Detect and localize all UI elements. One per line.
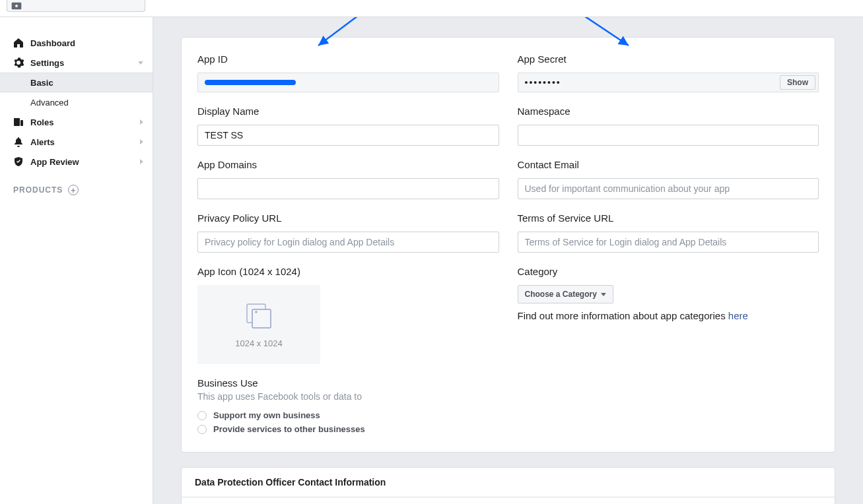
upload-hint: 1024 x 1024: [235, 338, 283, 348]
radio-label: Support my own business: [213, 410, 320, 420]
field-label: Privacy Policy URL: [197, 212, 499, 224]
home-icon: [13, 38, 24, 48]
field-label: Display Name: [197, 106, 499, 117]
business-use-option-services[interactable]: Provide services to other businesses: [197, 422, 499, 436]
field-label: App Secret: [518, 53, 819, 65]
dpo-header: Data Protection Officer Contact Informat…: [181, 467, 835, 497]
app-selector[interactable]: [7, 0, 145, 12]
business-use-heading: Business Use: [197, 377, 499, 389]
sidebar-item-roles[interactable]: Roles: [0, 112, 153, 132]
tos-url-input[interactable]: [518, 232, 819, 253]
business-use-sub: This app uses Facebook tools or data to: [197, 391, 499, 402]
app-icon-upload[interactable]: 1024 x 1024: [197, 285, 320, 364]
top-bar: [0, 0, 863, 17]
app-secret-masked: ••••••••: [525, 77, 561, 88]
privacy-url-input[interactable]: [197, 232, 499, 253]
dpo-section: Data Protection Officer Contact Informat…: [181, 467, 835, 504]
category-learn-more-link[interactable]: here: [728, 310, 748, 321]
sidebar: Dashboard Settings Basic Advanced Roles: [0, 17, 153, 504]
show-secret-button[interactable]: Show: [780, 75, 815, 90]
radio-icon: [197, 425, 207, 434]
svg-rect-3: [20, 120, 23, 126]
category-select[interactable]: Choose a Category: [518, 285, 613, 303]
sidebar-sub-label: Basic: [30, 78, 53, 88]
sidebar-item-label: Roles: [30, 117, 53, 127]
field-label: App Domains: [197, 159, 499, 170]
svg-point-1: [15, 5, 18, 7]
roles-icon: [13, 117, 24, 127]
namespace-input[interactable]: [518, 125, 819, 146]
sidebar-sub-advanced[interactable]: Advanced: [0, 92, 153, 112]
sidebar-item-settings[interactable]: Settings: [0, 53, 153, 73]
sidebar-sub-basic[interactable]: Basic: [0, 73, 153, 92]
chevron-right-icon: [140, 139, 143, 144]
chevron-right-icon: [140, 159, 143, 164]
shield-check-icon: [13, 156, 24, 167]
field-label: Contact Email: [518, 159, 819, 170]
category-selected: Choose a Category: [525, 290, 597, 299]
app-id-redacted: [205, 80, 296, 85]
dpo-body: The General Data Protection Regulation (…: [181, 497, 835, 504]
svg-rect-2: [14, 118, 20, 126]
sidebar-item-label: Settings: [30, 58, 64, 68]
sidebar-item-label: Dashboard: [30, 38, 75, 48]
sidebar-item-alerts[interactable]: Alerts: [0, 132, 153, 152]
field-label: Terms of Service URL: [518, 212, 819, 224]
sidebar-item-label: Alerts: [30, 137, 55, 147]
sidebar-products-header: PRODUCTS +: [0, 172, 153, 195]
field-label: App Icon (1024 x 1024): [197, 266, 499, 277]
radio-label: Provide services to other businesses: [213, 424, 365, 434]
field-label: Category: [518, 266, 819, 277]
add-product-button[interactable]: +: [68, 185, 79, 195]
radio-icon: [197, 411, 207, 420]
sidebar-item-app-review[interactable]: App Review: [0, 152, 153, 172]
sidebar-item-label: App Review: [30, 157, 79, 167]
bell-icon: [13, 137, 24, 147]
business-use-option-own[interactable]: Support my own business: [197, 408, 499, 422]
sidebar-sub-label: Advanced: [30, 98, 69, 108]
field-label: App ID: [197, 53, 499, 65]
app-id-value[interactable]: [197, 73, 499, 92]
basic-settings-card: App ID Display Name App Domains: [181, 37, 835, 453]
main-content: App ID Display Name App Domains: [153, 17, 863, 504]
gear-icon: [13, 57, 24, 68]
chevron-down-icon: [138, 61, 143, 65]
field-label: Namespace: [518, 106, 819, 117]
image-placeholder-icon: [243, 301, 275, 331]
camera-icon: [11, 2, 22, 10]
chevron-down-icon: [601, 293, 606, 296]
app-secret-value: •••••••• Show: [518, 73, 819, 92]
category-hint: Find out more information about app cate…: [518, 310, 819, 321]
app-domains-input[interactable]: [197, 178, 499, 199]
sidebar-item-dashboard[interactable]: Dashboard: [0, 33, 153, 53]
chevron-right-icon: [140, 119, 143, 125]
products-label: PRODUCTS: [13, 185, 63, 195]
contact-email-input[interactable]: [518, 178, 819, 199]
display-name-input[interactable]: [197, 125, 499, 146]
